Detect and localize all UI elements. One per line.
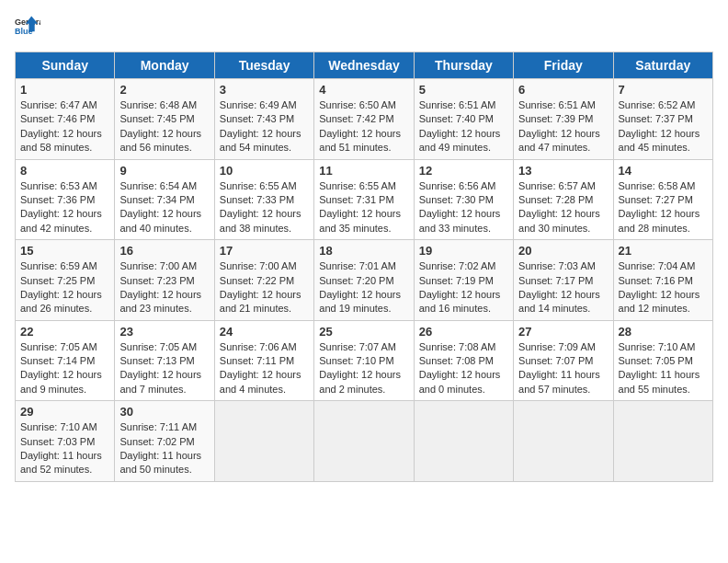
day-info: Sunrise: 6:53 AM Sunset: 7:36 PM Dayligh… [20,179,109,236]
day-info: Sunrise: 6:55 AM Sunset: 7:31 PM Dayligh… [319,179,408,236]
day-number: 1 [20,83,109,97]
daylight-label: Daylight: 12 hours and 54 minutes. [220,128,301,153]
daylight-label: Daylight: 12 hours and 56 minutes. [119,128,201,153]
day-number: 12 [419,164,508,178]
sunrise-label: Sunrise: 7:00 AM [119,260,197,271]
daylight-label: Daylight: 11 hours and 55 minutes. [619,369,700,394]
sunrise-label: Sunrise: 6:49 AM [220,99,297,110]
sunset-label: Sunset: 7:17 PM [518,275,593,286]
daylight-label: Daylight: 12 hours and 2 minutes. [319,369,401,394]
calendar-cell: 13 Sunrise: 6:57 AM Sunset: 7:28 PM Dayl… [514,159,613,240]
sunset-label: Sunset: 7:11 PM [220,355,294,366]
sunset-label: Sunset: 7:43 PM [220,113,294,124]
day-info: Sunrise: 6:57 AM Sunset: 7:28 PM Dayligh… [518,179,608,236]
day-number: 26 [419,325,508,339]
sunrise-label: Sunrise: 6:53 AM [20,180,97,191]
day-info: Sunrise: 6:59 AM Sunset: 7:25 PM Dayligh… [20,259,109,316]
daylight-label: Daylight: 12 hours and 4 minutes. [220,369,301,394]
calendar-cell: 19 Sunrise: 7:02 AM Sunset: 7:19 PM Dayl… [414,240,513,321]
sunset-label: Sunset: 7:39 PM [518,113,593,124]
sunrise-label: Sunrise: 7:08 AM [419,341,496,352]
daylight-label: Daylight: 12 hours and 16 minutes. [419,289,501,314]
calendar-week-row: 22 Sunrise: 7:05 AM Sunset: 7:14 PM Dayl… [16,320,713,401]
daylight-label: Daylight: 12 hours and 35 minutes. [319,208,401,233]
day-number: 5 [419,83,508,97]
sunrise-label: Sunrise: 7:05 AM [20,341,97,352]
sunrise-label: Sunrise: 6:59 AM [20,260,97,271]
day-of-week-header: Thursday [414,52,513,79]
daylight-label: Daylight: 12 hours and 40 minutes. [119,208,201,233]
calendar-cell [214,401,313,482]
calendar-cell: 12 Sunrise: 6:56 AM Sunset: 7:30 PM Dayl… [414,159,513,240]
sunrise-label: Sunrise: 7:11 AM [119,421,197,432]
day-info: Sunrise: 7:04 AM Sunset: 7:16 PM Dayligh… [619,259,708,316]
sunset-label: Sunset: 7:02 PM [119,436,194,447]
sunset-label: Sunset: 7:25 PM [20,275,95,286]
day-info: Sunrise: 7:06 AM Sunset: 7:11 PM Dayligh… [220,340,309,397]
day-number: 30 [119,405,209,419]
daylight-label: Daylight: 12 hours and 28 minutes. [619,208,700,233]
calendar-cell: 1 Sunrise: 6:47 AM Sunset: 7:46 PM Dayli… [16,79,115,160]
daylight-label: Daylight: 12 hours and 58 minutes. [20,128,102,153]
calendar-cell: 2 Sunrise: 6:48 AM Sunset: 7:45 PM Dayli… [115,79,214,160]
day-info: Sunrise: 6:52 AM Sunset: 7:37 PM Dayligh… [619,98,708,155]
calendar-week-row: 29 Sunrise: 7:10 AM Sunset: 7:03 PM Dayl… [16,401,713,482]
calendar-cell: 9 Sunrise: 6:54 AM Sunset: 7:34 PM Dayli… [115,159,214,240]
calendar-cell: 8 Sunrise: 6:53 AM Sunset: 7:36 PM Dayli… [16,159,115,240]
day-number: 7 [619,83,708,97]
sunset-label: Sunset: 7:13 PM [119,355,194,366]
day-info: Sunrise: 7:10 AM Sunset: 7:03 PM Dayligh… [20,420,109,477]
day-info: Sunrise: 7:08 AM Sunset: 7:08 PM Dayligh… [419,340,508,397]
logo: General Blue [15,15,40,40]
day-info: Sunrise: 6:54 AM Sunset: 7:34 PM Dayligh… [119,179,209,236]
daylight-label: Daylight: 11 hours and 52 minutes. [20,450,102,475]
daylight-label: Daylight: 12 hours and 21 minutes. [220,289,301,314]
calendar-cell: 22 Sunrise: 7:05 AM Sunset: 7:14 PM Dayl… [16,320,115,401]
sunrise-label: Sunrise: 6:54 AM [119,180,197,191]
daylight-label: Daylight: 12 hours and 49 minutes. [419,128,501,153]
daylight-label: Daylight: 12 hours and 7 minutes. [119,369,201,394]
calendar-week-row: 8 Sunrise: 6:53 AM Sunset: 7:36 PM Dayli… [16,159,713,240]
day-number: 3 [220,83,309,97]
sunrise-label: Sunrise: 6:55 AM [220,180,297,191]
day-number: 17 [220,244,309,258]
day-info: Sunrise: 6:48 AM Sunset: 7:45 PM Dayligh… [119,98,209,155]
day-number: 29 [20,405,109,419]
sunset-label: Sunset: 7:36 PM [20,194,95,205]
daylight-label: Daylight: 12 hours and 14 minutes. [518,289,600,314]
sunset-label: Sunset: 7:30 PM [419,194,494,205]
daylight-label: Daylight: 12 hours and 0 minutes. [419,369,501,394]
calendar-cell: 16 Sunrise: 7:00 AM Sunset: 7:23 PM Dayl… [115,240,214,321]
day-number: 8 [20,164,109,178]
sunset-label: Sunset: 7:14 PM [20,355,95,366]
sunrise-label: Sunrise: 7:06 AM [220,341,297,352]
calendar-cell: 27 Sunrise: 7:09 AM Sunset: 7:07 PM Dayl… [514,320,613,401]
daylight-label: Daylight: 11 hours and 57 minutes. [518,369,600,394]
sunset-label: Sunset: 7:07 PM [518,355,593,366]
calendar-cell: 20 Sunrise: 7:03 AM Sunset: 7:17 PM Dayl… [514,240,613,321]
daylight-label: Daylight: 12 hours and 23 minutes. [119,289,201,314]
day-number: 24 [220,325,309,339]
day-number: 14 [619,164,708,178]
sunrise-label: Sunrise: 7:03 AM [518,260,596,271]
calendar-cell: 6 Sunrise: 6:51 AM Sunset: 7:39 PM Dayli… [514,79,613,160]
day-number: 10 [220,164,309,178]
sunrise-label: Sunrise: 7:09 AM [518,341,596,352]
day-number: 25 [319,325,408,339]
daylight-label: Daylight: 12 hours and 30 minutes. [518,208,600,233]
day-info: Sunrise: 7:05 AM Sunset: 7:14 PM Dayligh… [20,340,109,397]
calendar-cell: 21 Sunrise: 7:04 AM Sunset: 7:16 PM Dayl… [613,240,712,321]
day-number: 6 [518,83,608,97]
day-info: Sunrise: 6:51 AM Sunset: 7:39 PM Dayligh… [518,98,608,155]
calendar-header-row: SundayMondayTuesdayWednesdayThursdayFrid… [16,52,713,79]
calendar-table: SundayMondayTuesdayWednesdayThursdayFrid… [15,52,713,482]
sunset-label: Sunset: 7:28 PM [518,194,593,205]
day-number: 15 [20,244,109,258]
calendar-cell: 11 Sunrise: 6:55 AM Sunset: 7:31 PM Dayl… [314,159,414,240]
calendar-cell [514,401,613,482]
day-number: 13 [518,164,608,178]
sunrise-label: Sunrise: 6:58 AM [619,180,696,191]
day-info: Sunrise: 7:05 AM Sunset: 7:13 PM Dayligh… [119,340,209,397]
calendar-cell: 17 Sunrise: 7:00 AM Sunset: 7:22 PM Dayl… [214,240,313,321]
sunset-label: Sunset: 7:10 PM [319,355,393,366]
